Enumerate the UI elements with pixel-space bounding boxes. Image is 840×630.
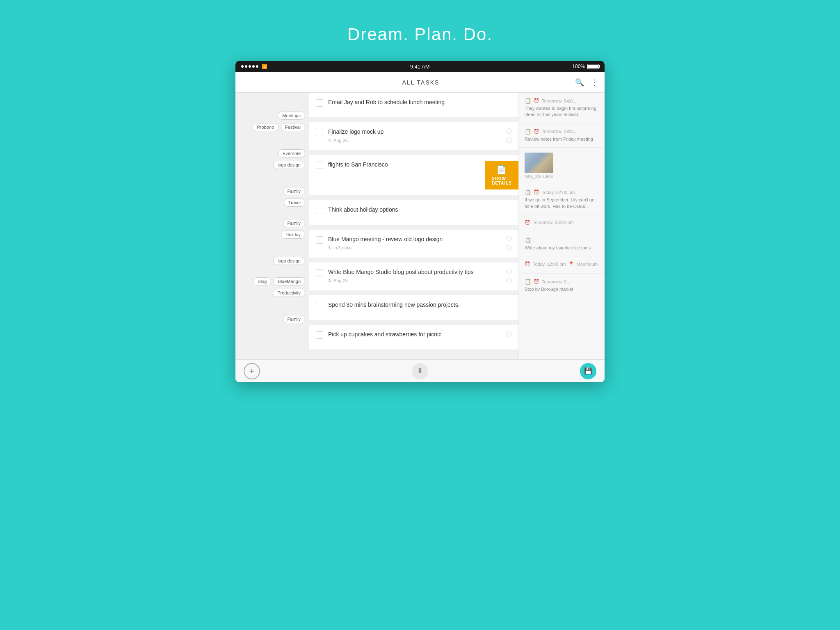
battery-bar	[587, 64, 599, 69]
dot5	[256, 65, 258, 68]
task-checkbox-3[interactable]	[316, 162, 323, 169]
task-content-8: Pick up cupcakes and strawberries for pi…	[328, 331, 501, 339]
rp-time-icon-4: ⏰	[534, 189, 539, 195]
task-subtitle-6: Aug 28.	[333, 278, 349, 283]
tag-festival[interactable]: Festival	[281, 123, 305, 131]
task-subtitle-5: in 3 days	[333, 245, 352, 250]
rp-time-icon-2: ⏰	[534, 129, 539, 134]
task-info-icons-5: ⓘ ⓘ	[506, 235, 512, 252]
info-icon-6a[interactable]: ⓘ	[506, 268, 512, 276]
dot3	[249, 65, 251, 68]
more-icon[interactable]: ⋮	[591, 78, 598, 87]
tag-family-2[interactable]: Family	[283, 219, 305, 227]
note-icon-1: 📋	[525, 98, 531, 104]
info-icon-2a[interactable]: ⓘ	[506, 128, 512, 135]
rp-time-8: Tomorrow, 0...	[542, 279, 570, 284]
task-item-8: Pick up cupcakes and strawberries for pi…	[309, 325, 518, 349]
app-title: Dream. Plan. Do.	[347, 25, 493, 44]
info-icon-2b[interactable]: ⓘ	[506, 137, 512, 144]
task-meta-5: ↻ in 3 days	[328, 245, 501, 251]
tag-row-2: Probono Festival	[240, 123, 305, 131]
rp-time-5: Tomorrow, 03:00 pm	[533, 220, 574, 225]
rp-time-2: Tomorrow, 09:0...	[542, 129, 576, 134]
battery-fill	[588, 65, 598, 68]
tag-holiday[interactable]: Holiday	[281, 231, 305, 239]
bottom-toolbar: + ⏸ 💾	[235, 359, 605, 382]
task-checkbox-5[interactable]	[316, 236, 323, 244]
repeat-icon-5: ↻	[328, 245, 332, 251]
task-item-7: Spend 30 mins brainstorming new passion …	[309, 295, 518, 320]
task-checkbox-4[interactable]	[316, 207, 323, 214]
info-icon-5a[interactable]: ⓘ	[506, 235, 512, 243]
tag-family-3[interactable]: Family	[283, 315, 305, 323]
tag-family-1[interactable]: Family	[283, 187, 305, 195]
task-checkbox-7[interactable]	[316, 302, 323, 309]
tag-travel[interactable]: Travel	[284, 199, 305, 207]
task-content-2: Finalize logo mock up ↻ Aug 26.	[328, 128, 501, 143]
save-icon: 💾	[584, 367, 592, 375]
tag-row-5: Family	[240, 187, 305, 195]
rp-meta-4: 📋 ⏰ Today, 02:00 pm	[525, 189, 599, 195]
info-icon-8a[interactable]: ⓘ	[506, 331, 512, 338]
tag-logo-design-2[interactable]: logo design	[273, 257, 305, 265]
status-right: 100%	[572, 64, 599, 69]
save-button[interactable]: 💾	[580, 363, 596, 379]
app-bar: ALL TASKS 🔍 ⋮	[235, 72, 605, 93]
task-checkbox-6[interactable]	[316, 269, 323, 276]
info-icon-5b[interactable]: ⓘ	[506, 244, 512, 252]
show-details-label: SHOWDETAILS	[492, 176, 512, 185]
location-icon-7: 📍	[568, 261, 574, 267]
rp-meta-7: ⏰ Today, 12:00 pm 📍 Monmouth	[525, 261, 599, 267]
task-item-4: Think about holiday options	[309, 200, 518, 225]
note-icon-2: 📋	[525, 128, 531, 135]
add-icon: +	[249, 366, 255, 377]
task-title-1: Email Jay and Rob to schedule lunch meet…	[328, 99, 445, 105]
tag-blog[interactable]: Blog	[253, 277, 271, 285]
task-info-icons-8: ⓘ	[506, 331, 512, 338]
task-info-icons-2: ⓘ ⓘ	[506, 128, 512, 144]
task-checkbox-8[interactable]	[316, 331, 323, 339]
ipad-frame: 📶 9:41 AM 100% ALL TASKS 🔍 ⋮ Meetings	[235, 61, 605, 382]
task-info-icons-6: ⓘ ⓘ	[506, 268, 512, 285]
tag-bluemango[interactable]: BlueMango	[273, 277, 305, 285]
task-title-3: flights to San Francisco	[328, 161, 388, 168]
tag-row-11: Productivity	[240, 289, 305, 297]
wifi-icon: 📶	[262, 64, 267, 69]
pause-button[interactable]: ⏸	[412, 363, 428, 379]
tag-logo-design-1[interactable]: logo design	[273, 161, 305, 169]
rp-note-1: They wanted to begin brainstorming ideas…	[525, 105, 599, 118]
note-icon-6: 📋	[525, 237, 531, 243]
rp-time-7: Today, 12:00 pm	[533, 262, 566, 267]
street-scene	[525, 153, 553, 173]
info-icon-6b[interactable]: ⓘ	[506, 277, 512, 285]
task-title-6: Write Blue Mango Studio blog post about …	[328, 269, 474, 275]
task-list: Email Jay and Rob to schedule lunch meet…	[309, 93, 518, 359]
task-content-7: Spend 30 mins brainstorming new passion …	[328, 301, 512, 309]
task-checkbox-2[interactable]	[316, 129, 323, 136]
right-panel-item-2: 📋 ⏰ Tomorrow, 09:0... Review notes from …	[519, 123, 605, 148]
tag-meetings[interactable]: Meetings	[278, 112, 305, 120]
img-label-3: IMG_0163.JPG	[525, 174, 553, 179]
tag-row-10: Blog BlueMango	[240, 277, 305, 285]
task-title-5: Blue Mango meeting - review old logo des…	[328, 236, 443, 242]
tag-productivity[interactable]: Productivity	[273, 289, 305, 297]
task-checkbox-1[interactable]	[316, 99, 323, 107]
right-panel-item-7: ⏰ Today, 12:00 pm 📍 Monmouth	[519, 256, 605, 274]
rp-time-4: Today, 02:00 pm	[542, 190, 575, 195]
task-title-4: Think about holiday options	[328, 206, 398, 213]
app-bar-title: ALL TASKS	[267, 79, 575, 86]
right-panel-item-4: 📋 ⏰ Today, 02:00 pm If we go in Septembe…	[519, 184, 605, 215]
task-content-6: Write Blue Mango Studio blog post about …	[328, 268, 501, 283]
tag-evernote[interactable]: Evernote	[278, 149, 305, 158]
tag-probono[interactable]: Probono	[253, 123, 279, 131]
show-details-button[interactable]: 📄 SHOWDETAILS	[485, 161, 518, 189]
rp-meta-5: ⏰ Tomorrow, 03:00 pm	[525, 220, 599, 225]
rp-note-4: If we go in September. Lily can't get ti…	[525, 197, 599, 210]
app-bar-icons: 🔍 ⋮	[575, 78, 598, 87]
right-panel-item-5: ⏰ Tomorrow, 03:00 pm	[519, 215, 605, 232]
search-icon[interactable]: 🔍	[575, 78, 584, 87]
rp-meta-8: 📋 ⏰ Tomorrow, 0...	[525, 278, 599, 285]
status-left: 📶	[241, 64, 267, 69]
task-image-3	[525, 153, 553, 173]
add-task-button[interactable]: +	[244, 363, 260, 379]
